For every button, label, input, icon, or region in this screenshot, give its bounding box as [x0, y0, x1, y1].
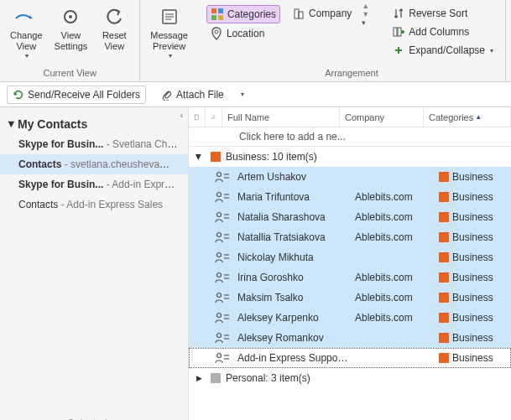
company-arrange-button[interactable]: Company	[289, 5, 355, 22]
person-icon	[211, 312, 234, 324]
twisty-icon[interactable]: ▶	[192, 374, 206, 382]
paperclip-icon	[161, 89, 173, 101]
svg-point-41	[217, 293, 222, 298]
chevron-down-icon: ▾	[25, 52, 29, 60]
contact-company: Ablebits.com	[352, 292, 435, 303]
column-header-row: Full Name Company Categories ▲	[189, 107, 511, 127]
category-swatch	[439, 172, 449, 182]
ribbon-group-message-preview: Message Preview ▾	[140, 0, 198, 81]
contact-company: Ablebits.com	[352, 191, 435, 203]
gallery-scroll-up[interactable]: ▲	[362, 2, 369, 10]
full-name-column-header[interactable]: Full Name	[222, 107, 340, 127]
contact-name: Artem Ushakov	[234, 171, 352, 183]
svg-rect-14	[398, 28, 401, 36]
person-icon	[211, 352, 234, 364]
attachment-column-header[interactable]	[206, 107, 222, 127]
svg-rect-7	[218, 8, 223, 13]
svg-point-10	[215, 30, 218, 34]
contact-name: Nickolay Mikhuta	[234, 251, 352, 263]
contact-name: Aleksey Romankov	[234, 332, 352, 344]
svg-rect-22	[195, 115, 198, 120]
person-icon	[211, 251, 234, 263]
contact-row[interactable]: Add-in Express Suppor...Business	[189, 348, 511, 368]
svg-rect-11	[295, 9, 299, 18]
person-icon	[211, 211, 234, 223]
category-swatch	[439, 192, 449, 202]
message-preview-button[interactable]: Message Preview ▾	[145, 2, 193, 63]
reset-view-button[interactable]: Reset View	[94, 2, 134, 55]
contact-name: Maria Trifuntova	[234, 191, 352, 203]
main-area: ‹ ▶ My Contacts Skype for Busin... - Sve…	[0, 107, 511, 420]
contact-row[interactable]: Irina GoroshkoAblebits.comBusiness	[189, 267, 511, 288]
category-swatch	[439, 272, 449, 283]
reverse-sort-button[interactable]: Reverse Sort	[388, 5, 497, 22]
send-receive-button[interactable]: Send/Receive All Folders	[7, 86, 146, 104]
contact-name: Maksim Tsalko	[234, 292, 352, 303]
folder-nav: ‹ ▶ My Contacts Skype for Busin... - Sve…	[0, 107, 189, 420]
ribbon-group-layout: Use Tig Spac	[506, 0, 511, 81]
contact-row[interactable]: Maksim TsalkoAblebits.comBusiness	[189, 288, 511, 308]
person-icon	[211, 231, 234, 243]
chevron-down-icon: ▾	[490, 47, 493, 54]
add-columns-button[interactable]: Add Columns	[388, 23, 497, 40]
categories-icon	[211, 8, 224, 21]
svg-point-1	[69, 15, 72, 18]
contact-category: Business	[435, 251, 511, 263]
contact-company: Ablebits.com	[352, 312, 435, 324]
toolbar-dropdown[interactable]: ▾	[241, 91, 244, 98]
contact-name: Irina Goroshko	[234, 272, 352, 283]
contact-row[interactable]: Maria TrifuntovaAblebits.comBusiness	[189, 187, 511, 207]
svg-rect-13	[394, 28, 397, 36]
svg-rect-6	[211, 8, 216, 13]
nav-item[interactable]: Contacts - Add-in Express Sales	[0, 194, 188, 215]
nav-item[interactable]: Skype for Busin... - Add-in Express...	[0, 174, 188, 194]
view-settings-button[interactable]: View Settings	[50, 2, 93, 55]
contact-row[interactable]: Aleksey KarpenkoAblebits.comBusiness	[189, 308, 511, 328]
ribbon-group-current-view: Change View ▾ View Settings Reset View C…	[0, 0, 140, 81]
nav-item[interactable]: Contacts - svetlana.cheusheva@a...	[0, 154, 188, 174]
group-row-personal[interactable]: ▶ Personal: 3 item(s)	[189, 368, 511, 388]
change-view-button[interactable]: Change View ▾	[5, 2, 48, 63]
svg-point-32	[217, 233, 222, 237]
svg-point-35	[217, 253, 222, 257]
contact-row[interactable]: Artem UshakovBusiness	[189, 167, 511, 187]
contact-row[interactable]: Natallia TratsiakovaAblebits.comBusiness	[189, 227, 511, 247]
new-contact-row[interactable]: Click here to add a ne...	[189, 127, 511, 147]
categories-column-header[interactable]: Categories ▲	[424, 107, 511, 127]
contact-company: Ablebits.com	[352, 272, 435, 283]
gallery-scroll-down[interactable]: ▼	[362, 10, 369, 18]
preview-icon	[158, 5, 181, 29]
group-row-business[interactable]: ▶ Business: 10 item(s)	[189, 147, 511, 167]
contact-category: Business	[435, 211, 511, 223]
contact-row[interactable]: Aleksey RomankovBusiness	[189, 328, 511, 348]
contact-row[interactable]: Natalia SharashovaAblebits.comBusiness	[189, 207, 511, 227]
refresh-icon	[13, 89, 24, 101]
contact-category: Business	[435, 292, 511, 303]
category-swatch	[439, 293, 449, 303]
twisty-icon[interactable]: ▶	[195, 150, 203, 163]
nav-header-my-contacts[interactable]: ▶ My Contacts	[0, 114, 188, 134]
svg-point-29	[217, 213, 222, 217]
contact-row[interactable]: Nickolay MikhutaBusiness	[189, 247, 511, 267]
add-columns-icon	[392, 25, 405, 39]
nav-item[interactable]: Skype for Busin... - Svetlana Cheus...	[0, 134, 188, 154]
svg-rect-8	[211, 15, 216, 20]
twisty-icon: ▶	[8, 122, 16, 127]
flag-column-header[interactable]	[189, 107, 206, 127]
attach-file-button[interactable]: Attach File	[156, 86, 229, 103]
company-icon	[292, 7, 305, 20]
collapse-nav-button[interactable]: ‹	[180, 111, 183, 120]
location-arrange-button[interactable]: Location	[206, 25, 280, 42]
person-icon	[211, 191, 234, 203]
contact-category: Business	[435, 352, 511, 364]
change-view-icon	[14, 5, 38, 29]
categories-arrange-button[interactable]: Categories	[206, 5, 280, 23]
quick-toolbar: Send/Receive All Folders Attach File ▾	[0, 82, 511, 107]
svg-point-23	[217, 173, 222, 177]
company-column-header[interactable]: Company	[340, 107, 424, 127]
expand-collapse-button[interactable]: Expand/Collapse ▾	[388, 42, 497, 59]
gallery-expand[interactable]: ▾	[362, 18, 369, 27]
svg-rect-9	[218, 15, 223, 20]
ribbon: Change View ▾ View Settings Reset View C…	[0, 0, 511, 82]
contact-category: Business	[435, 191, 511, 203]
